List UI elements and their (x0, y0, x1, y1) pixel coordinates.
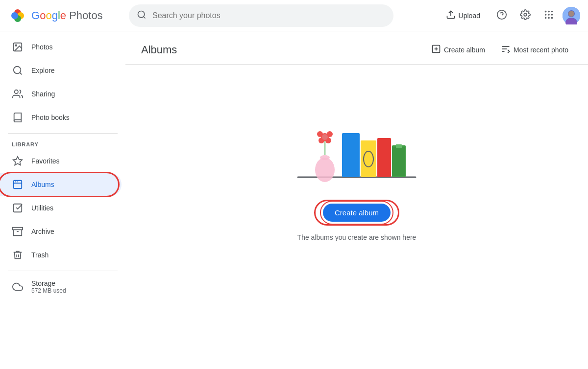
svg-point-32 (17, 182, 18, 183)
sidebar-item-albums-wrapper: Albums (0, 173, 125, 196)
svg-point-51 (322, 134, 328, 140)
sidebar-item-albums-label: Albums (31, 181, 54, 188)
empty-state-description: The albums you create are shown here (297, 233, 416, 241)
search-icon (137, 10, 147, 22)
svg-point-16 (545, 17, 547, 19)
sidebar-item-archive-label: Archive (31, 228, 54, 235)
storage-text-block: Storage 572 MB used (31, 279, 66, 294)
sidebar-item-explore-label: Explore (31, 67, 54, 74)
empty-state-illustration (278, 94, 435, 192)
empty-state: Create album The albums you create are s… (125, 65, 588, 271)
svg-point-13 (545, 14, 547, 16)
main-actions: Create album Most recent photo (427, 41, 572, 58)
sidebar-item-photobooks[interactable]: Photo books (0, 106, 122, 129)
sidebar-divider-1 (8, 133, 118, 134)
app-body: Photos Explore Sharing (0, 31, 588, 369)
sort-icon (501, 44, 511, 55)
svg-line-5 (144, 16, 146, 18)
sidebar-item-storage[interactable]: Storage 572 MB used (0, 275, 122, 299)
main-content: Albums Create album (125, 31, 588, 369)
main-header: Albums Create album (125, 31, 588, 65)
image-icon (12, 41, 24, 53)
sidebar-item-archive[interactable]: Archive (0, 220, 122, 243)
svg-point-22 (568, 11, 574, 17)
sidebar-item-albums[interactable]: Albums (0, 173, 122, 196)
svg-point-28 (15, 90, 18, 93)
sharing-icon (12, 88, 24, 100)
book-icon (12, 112, 24, 123)
svg-point-18 (551, 17, 553, 19)
sidebar-item-utilities[interactable]: Utilities (0, 196, 122, 220)
google-photos-logo-icon (8, 6, 27, 25)
cloud-icon (12, 281, 24, 293)
svg-point-47 (317, 131, 323, 137)
svg-point-43 (315, 158, 335, 182)
sidebar-item-sharing-label: Sharing (31, 90, 55, 98)
svg-point-26 (14, 67, 21, 74)
search-input[interactable] (152, 11, 386, 20)
svg-rect-33 (14, 204, 22, 212)
create-album-header-label: Create album (444, 46, 485, 54)
svg-point-4 (138, 11, 144, 17)
svg-point-10 (545, 11, 547, 13)
svg-rect-57 (392, 147, 405, 176)
svg-point-48 (327, 131, 333, 137)
svg-rect-52 (342, 133, 360, 177)
svg-rect-58 (396, 144, 402, 148)
svg-rect-30 (14, 181, 22, 189)
most-recent-label: Most recent photo (514, 46, 568, 54)
archive-icon (12, 226, 24, 237)
apps-button[interactable] (539, 6, 559, 25)
svg-point-44 (320, 155, 330, 160)
sidebar-item-trash-label: Trash (31, 251, 49, 259)
help-button[interactable] (492, 6, 512, 25)
svg-point-11 (548, 11, 550, 13)
upload-icon (446, 10, 456, 21)
header-actions: Upload (438, 6, 580, 25)
storage-label: Storage (31, 279, 66, 287)
search-bar[interactable] (129, 4, 393, 27)
explore-icon (12, 65, 24, 76)
svg-point-9 (524, 13, 527, 16)
svg-point-14 (548, 14, 550, 16)
sidebar-divider-2 (8, 271, 118, 271)
sidebar-item-explore[interactable]: Explore (0, 59, 122, 82)
page-title: Albums (141, 44, 177, 56)
help-icon (496, 9, 507, 22)
create-album-button-wrapper: Create album (323, 204, 391, 222)
svg-marker-29 (13, 157, 22, 165)
svg-point-31 (15, 182, 16, 183)
sidebar-item-photobooks-label: Photo books (31, 114, 70, 121)
upload-label: Upload (459, 12, 480, 20)
sidebar-item-favorites[interactable]: Favorites (0, 149, 122, 173)
library-section-label: LIBRARY (0, 138, 125, 149)
create-album-button[interactable]: Create album (323, 204, 391, 222)
album-icon (12, 179, 24, 190)
svg-point-3 (11, 12, 18, 19)
logo-text: Google Photos (31, 9, 103, 22)
svg-point-25 (15, 45, 17, 46)
sidebar: Photos Explore Sharing (0, 31, 125, 369)
create-album-header-button[interactable]: Create album (427, 41, 489, 58)
upload-button[interactable]: Upload (438, 6, 488, 25)
star-icon (12, 155, 24, 167)
svg-line-27 (20, 72, 22, 74)
sidebar-item-trash[interactable]: Trash (0, 243, 122, 267)
most-recent-button[interactable]: Most recent photo (497, 41, 572, 58)
logo[interactable]: Google Photos (8, 6, 103, 25)
create-album-button-label: Create album (335, 208, 379, 217)
sidebar-item-favorites-label: Favorites (31, 157, 60, 165)
svg-rect-34 (13, 228, 23, 230)
svg-point-17 (548, 17, 550, 19)
sidebar-item-sharing[interactable]: Sharing (0, 82, 122, 106)
svg-point-12 (551, 11, 553, 13)
grid-icon (543, 9, 554, 22)
settings-button[interactable] (515, 6, 535, 25)
avatar[interactable] (563, 7, 580, 24)
storage-used: 572 MB used (31, 287, 66, 294)
app-header: Google Photos Upload (0, 0, 588, 31)
trash-icon (12, 249, 24, 261)
sidebar-item-photos[interactable]: Photos (0, 35, 122, 59)
sidebar-item-utilities-label: Utilities (31, 204, 53, 212)
svg-rect-53 (361, 140, 376, 177)
